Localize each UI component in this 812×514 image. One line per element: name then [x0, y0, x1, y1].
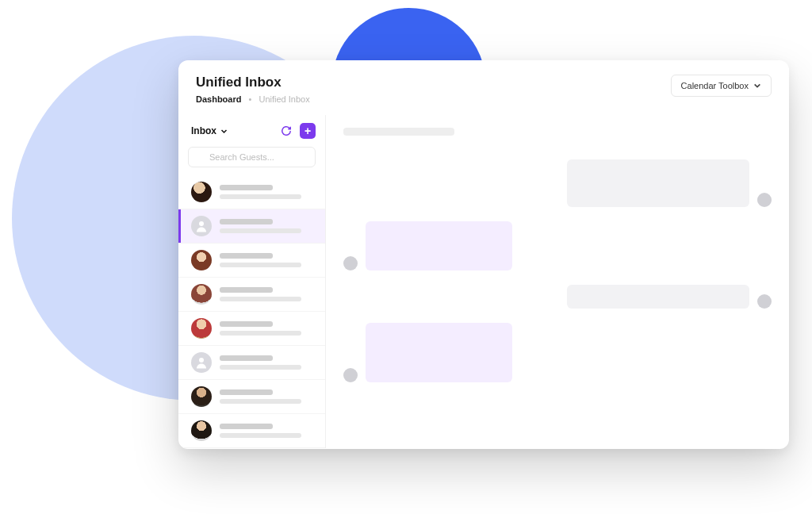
message-list	[343, 159, 772, 382]
calendar-toolbox-button[interactable]: Calendar Toolbox	[671, 75, 772, 97]
contact-meta-placeholder	[220, 321, 316, 336]
contact-meta-placeholder	[220, 185, 316, 199]
plus-icon: +	[304, 125, 311, 136]
person-icon	[194, 355, 209, 370]
contact-list-item[interactable]	[178, 278, 325, 312]
contact-list-item[interactable]	[178, 244, 325, 278]
contact-list-item[interactable]	[178, 209, 325, 244]
contact-list-item[interactable]	[178, 414, 325, 448]
breadcrumb-current: Unified Inbox	[259, 94, 309, 104]
chevron-down-icon	[753, 82, 761, 90]
chat-header-placeholder	[343, 128, 454, 136]
message-avatar-placeholder	[343, 256, 358, 270]
app-window: Unified Inbox Dashboard • Unified Inbox …	[178, 60, 789, 449]
breadcrumb: Dashboard • Unified Inbox	[196, 94, 310, 104]
svg-point-1	[199, 221, 204, 226]
inbox-sidebar: Inbox +	[178, 115, 326, 448]
calendar-toolbox-label: Calendar Toolbox	[681, 81, 749, 90]
message-row	[343, 285, 772, 309]
avatar	[191, 284, 212, 305]
message-row	[343, 159, 772, 207]
breadcrumb-root[interactable]: Dashboard	[196, 94, 241, 104]
avatar	[191, 318, 212, 339]
contact-list-item[interactable]	[178, 346, 325, 380]
page-header: Unified Inbox Dashboard • Unified Inbox …	[178, 60, 789, 115]
compose-button[interactable]: +	[300, 123, 316, 139]
contact-meta-placeholder	[220, 424, 316, 438]
breadcrumb-separator: •	[249, 94, 252, 104]
contact-meta-placeholder	[220, 389, 316, 404]
message-bubble-placeholder	[567, 159, 749, 207]
message-avatar-placeholder	[757, 294, 772, 309]
contact-meta-placeholder	[220, 287, 316, 301]
folder-selector[interactable]: Inbox	[191, 125, 228, 136]
message-row	[343, 323, 772, 382]
search-guests-input[interactable]	[188, 147, 316, 167]
contact-list	[178, 175, 325, 448]
avatar	[191, 182, 212, 202]
contact-list-item[interactable]	[178, 175, 325, 209]
contact-meta-placeholder	[220, 219, 316, 233]
page-title: Unified Inbox	[196, 75, 310, 90]
message-bubble-placeholder	[366, 323, 512, 382]
contact-meta-placeholder	[220, 253, 316, 267]
message-bubble-placeholder	[567, 285, 749, 309]
contact-list-item[interactable]	[178, 380, 325, 414]
avatar	[191, 386, 212, 407]
message-avatar-placeholder	[343, 368, 358, 382]
message-avatar-placeholder	[757, 193, 772, 207]
contact-meta-placeholder	[220, 355, 316, 370]
avatar	[191, 420, 212, 441]
contact-list-item[interactable]	[178, 312, 325, 346]
refresh-button[interactable]	[279, 124, 293, 138]
refresh-icon	[281, 125, 292, 136]
avatar	[191, 216, 212, 236]
person-icon	[194, 219, 209, 233]
avatar	[191, 250, 212, 270]
message-row	[343, 221, 772, 270]
chat-area	[326, 115, 789, 448]
folder-label: Inbox	[191, 125, 216, 136]
chevron-down-icon	[220, 128, 228, 135]
avatar	[191, 352, 212, 373]
svg-point-2	[199, 358, 204, 362]
message-bubble-placeholder	[366, 221, 512, 270]
